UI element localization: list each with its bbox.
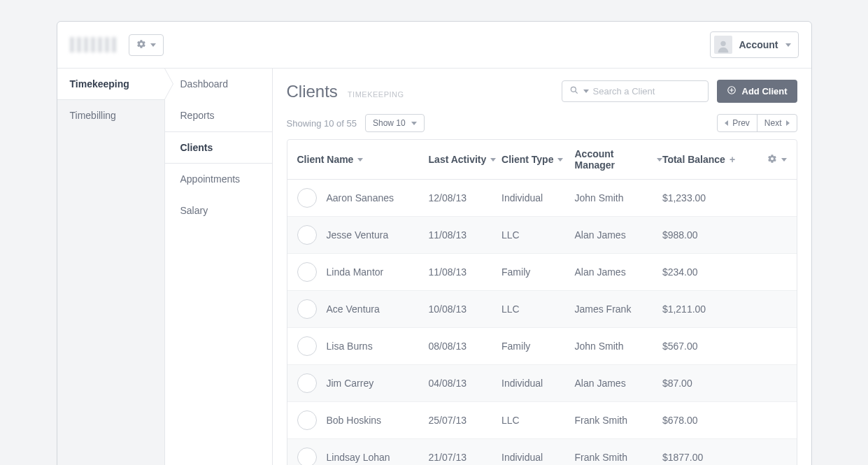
subnav-item-appointments[interactable]: Appointments (165, 164, 272, 195)
table-settings-button[interactable] (767, 154, 777, 166)
column-client-type[interactable]: Client Type (501, 154, 574, 165)
chevron-down-icon (490, 158, 496, 162)
prev-button[interactable]: Prev (718, 115, 757, 131)
total-balance: $1877.00 (662, 452, 750, 463)
chevron-down-icon (657, 158, 662, 162)
table-row[interactable]: Linda Mantor11/08/13FamilyAlan James$234… (287, 254, 797, 291)
table-row[interactable]: Jim Carrey04/08/13IndividualAlan James$8… (287, 365, 797, 402)
client-name: Linda Mantor (327, 266, 384, 278)
total-balance: $1,233.00 (662, 192, 750, 203)
show-count-label: Show 10 (373, 118, 406, 128)
account-manager: John Smith (575, 341, 662, 352)
gear-icon (136, 39, 146, 51)
main-content: Clients TIMEKEEPING (273, 69, 811, 465)
sidebar-item-timekeeping[interactable]: Timekeeping (57, 69, 164, 100)
account-manager: Alan James (575, 378, 662, 389)
plus-circle-icon (727, 85, 737, 97)
client-type: LLC (501, 229, 574, 241)
account-dropdown[interactable]: Account (710, 31, 799, 58)
chevron-down-icon (583, 90, 589, 93)
name-cell: Aaron Sananes (297, 188, 429, 208)
subnav-item-label: Dashboard (180, 78, 229, 90)
chevron-down-icon (557, 158, 563, 162)
client-avatar (297, 373, 317, 393)
chevron-left-icon (725, 120, 728, 126)
table-row[interactable]: Jesse Ventura11/08/13LLCAlan James$988.0… (287, 217, 797, 254)
column-account-manager[interactable]: Account Manager (575, 148, 662, 171)
main-header: Clients TIMEKEEPING (287, 80, 797, 103)
page-title: Clients (287, 82, 338, 101)
last-activity: 04/08/13 (429, 378, 501, 389)
subnav-item-label: Salary (180, 205, 208, 216)
sidebar-item-label: Timebilling (70, 110, 116, 121)
body: Timekeeping Timebilling Dashboard Report… (57, 69, 811, 465)
column-label: Account Manager (575, 148, 653, 171)
svg-point-1 (571, 87, 576, 92)
showing-wrap: Showing 10 of 55 Show 10 (287, 114, 425, 132)
account-label: Account (739, 39, 778, 50)
topbar-left (70, 34, 164, 56)
client-name: Ace Ventura (327, 303, 380, 315)
table-row[interactable]: Lisa Burns08/08/13FamilyJohn Smith$567.0… (287, 328, 797, 365)
logo (70, 37, 119, 52)
total-balance: $988.00 (662, 229, 750, 241)
client-avatar (297, 262, 317, 282)
sidebar-primary: Timekeeping Timebilling (57, 69, 165, 465)
client-avatar (297, 448, 317, 465)
next-button[interactable]: Next (757, 115, 797, 131)
column-client-name[interactable]: Client Name (297, 154, 429, 165)
total-balance: $87.00 (662, 378, 750, 389)
client-type: Individual (501, 192, 574, 203)
client-name: Bob Hoskins (327, 415, 382, 426)
account-manager: James Frank (575, 303, 662, 315)
name-cell: Jim Carrey (297, 373, 429, 393)
column-last-activity[interactable]: Last Activity (429, 154, 501, 165)
chevron-down-icon (411, 122, 417, 125)
search-box[interactable] (562, 80, 709, 102)
main-actions: Add Client (562, 80, 797, 103)
column-total-balance[interactable]: Total Balance + (662, 154, 750, 165)
column-label: Total Balance (662, 154, 725, 165)
table-row[interactable]: Ace Ventura10/08/13LLCJames Frank$1,211.… (287, 291, 797, 328)
client-type: Family (501, 266, 574, 278)
client-name: Jesse Ventura (327, 229, 389, 241)
name-cell: Lindsay Lohan (297, 448, 429, 465)
page-title-wrap: Clients TIMEKEEPING (287, 82, 404, 101)
name-cell: Lisa Burns (297, 336, 429, 356)
search-input[interactable] (593, 86, 701, 96)
last-activity: 11/08/13 (429, 266, 501, 278)
chevron-down-icon (357, 158, 363, 162)
column-label: Last Activity (429, 154, 487, 165)
client-avatar (297, 410, 317, 430)
total-balance: $678.00 (662, 415, 750, 426)
table-row[interactable]: Bob Hoskins25/07/13LLCFrank Smith$678.00 (287, 402, 797, 439)
sidebar-item-timebilling[interactable]: Timebilling (57, 100, 164, 131)
table-row[interactable]: Aaron Sananes12/08/13IndividualJohn Smit… (287, 180, 797, 217)
client-type: Individual (501, 378, 574, 389)
client-type: LLC (501, 415, 574, 426)
add-client-label: Add Client (742, 86, 788, 96)
page-subtitle: TIMEKEEPING (348, 90, 404, 99)
client-type: Individual (501, 452, 574, 463)
clients-table: Client Name Last Activity Client Type Ac… (287, 139, 797, 465)
client-name: Aaron Sananes (327, 192, 394, 203)
table-controls: Showing 10 of 55 Show 10 Prev Next (287, 114, 797, 132)
subnav-item-label: Reports (180, 110, 215, 121)
app-window: Account Timekeeping Timebilling Dashboar… (57, 21, 812, 465)
show-count-dropdown[interactable]: Show 10 (365, 114, 425, 132)
client-avatar (297, 336, 317, 356)
subnav-item-dashboard[interactable]: Dashboard (165, 69, 272, 100)
table-row[interactable]: Lindsay Lohan21/07/13IndividualFrank Smi… (287, 439, 797, 465)
column-actions (750, 154, 786, 166)
settings-dropdown[interactable] (129, 34, 164, 56)
account-manager: Frank Smith (575, 452, 662, 463)
name-cell: Bob Hoskins (297, 410, 429, 430)
account-manager: Alan James (575, 266, 662, 278)
subnav-item-reports[interactable]: Reports (165, 100, 272, 131)
total-balance: $567.00 (662, 341, 750, 352)
client-type: LLC (501, 303, 574, 315)
add-client-button[interactable]: Add Client (717, 80, 797, 103)
subnav-item-clients[interactable]: Clients (165, 131, 272, 164)
subnav-item-salary[interactable]: Salary (165, 195, 272, 227)
pagination: Prev Next (717, 114, 797, 132)
